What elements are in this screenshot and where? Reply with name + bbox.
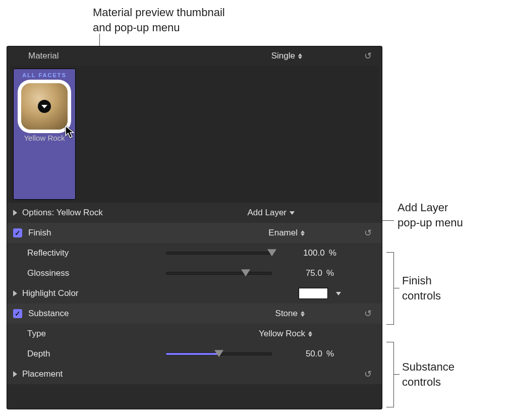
facet-mode-label: Single bbox=[271, 51, 295, 61]
callout-substance: Substance controls bbox=[402, 359, 455, 389]
panel-title: Material bbox=[28, 51, 59, 61]
placement-label: Placement bbox=[22, 369, 63, 379]
slider-fill bbox=[166, 353, 219, 355]
depth-slider[interactable] bbox=[166, 349, 272, 359]
chevron-down-icon bbox=[290, 211, 295, 215]
chevron-down-icon[interactable] bbox=[336, 292, 341, 295]
type-label: Type bbox=[27, 329, 46, 339]
facet-mode-popup[interactable]: Single bbox=[271, 51, 302, 61]
disclosure-icon[interactable] bbox=[13, 210, 17, 216]
substance-title: Substance bbox=[28, 309, 69, 319]
finish-type-label: Enamel bbox=[268, 228, 298, 238]
callout-lead bbox=[393, 374, 400, 375]
unit-label: % bbox=[326, 349, 334, 359]
callout-lead bbox=[393, 288, 400, 288]
updown-icon bbox=[308, 331, 312, 337]
bracket-substance bbox=[386, 342, 394, 407]
substance-checkbox[interactable] bbox=[13, 309, 22, 318]
reset-icon[interactable]: ↺ bbox=[363, 227, 373, 238]
callout-addlayer: Add Layer pop-up menu bbox=[398, 200, 463, 230]
highlight-color-label: Highlight Color bbox=[22, 288, 79, 298]
callout-thumbnail: Material preview thumbnail and pop-up me… bbox=[93, 5, 225, 35]
reflectivity-slider[interactable] bbox=[166, 248, 272, 258]
add-layer-popup[interactable]: Add Layer bbox=[248, 208, 295, 218]
add-layer-label: Add Layer bbox=[248, 208, 287, 218]
annotated-screenshot: Material preview thumbnail and pop-up me… bbox=[0, 0, 511, 420]
reset-icon[interactable]: ↺ bbox=[363, 308, 373, 319]
material-name-label: Yellow Rock bbox=[17, 134, 72, 142]
substance-type-popup[interactable]: Stone bbox=[275, 309, 305, 319]
substance-section-header: Substance Stone ↺ bbox=[7, 304, 382, 324]
facet-card[interactable]: ALL FACETS Yellow Rock bbox=[13, 69, 76, 200]
depth-label: Depth bbox=[27, 349, 50, 359]
substance-type-row: Type Yellow Rock bbox=[7, 324, 382, 344]
highlight-color-row: Highlight Color bbox=[7, 283, 382, 304]
slider-knob[interactable] bbox=[214, 350, 223, 357]
finish-checkbox[interactable] bbox=[13, 228, 22, 237]
finish-section-header: Finish Enamel ↺ bbox=[7, 223, 382, 243]
glossiness-label: Glossiness bbox=[27, 268, 69, 278]
parameter-rows: Options: Yellow Rock Add Layer Finish En… bbox=[7, 203, 382, 384]
facet-heading: ALL FACETS bbox=[17, 72, 72, 78]
slider-knob[interactable] bbox=[267, 249, 276, 256]
updown-icon bbox=[301, 230, 305, 236]
options-label: Options: Yellow Rock bbox=[22, 208, 103, 218]
disclosure-icon[interactable] bbox=[13, 371, 17, 377]
depth-row: Depth 50.0 % bbox=[7, 344, 382, 364]
material-popup-button[interactable] bbox=[38, 100, 51, 113]
reset-icon[interactable]: ↺ bbox=[363, 50, 373, 62]
slider-knob[interactable] bbox=[241, 269, 250, 276]
glossiness-value[interactable]: 75.0 bbox=[306, 268, 322, 278]
glossiness-slider[interactable] bbox=[166, 268, 272, 278]
finish-title: Finish bbox=[28, 228, 51, 238]
material-inspector-panel: Material Single ↺ ALL FACETS Yellow Rock bbox=[7, 46, 382, 409]
unit-label: % bbox=[329, 248, 336, 258]
unit-label: % bbox=[326, 268, 334, 278]
updown-icon bbox=[298, 53, 302, 59]
disclosure-icon[interactable] bbox=[13, 290, 17, 296]
highlight-color-swatch[interactable] bbox=[299, 288, 328, 299]
chevron-down-icon bbox=[41, 105, 47, 108]
reset-icon[interactable]: ↺ bbox=[363, 369, 373, 380]
material-preview-thumbnail[interactable] bbox=[19, 81, 70, 132]
substance-material-popup[interactable]: Yellow Rock bbox=[259, 329, 312, 339]
updown-icon bbox=[301, 311, 305, 317]
material-well: ALL FACETS Yellow Rock bbox=[10, 66, 379, 203]
placement-row: Placement ↺ bbox=[7, 364, 382, 384]
reflectivity-value[interactable]: 100.0 bbox=[303, 248, 325, 258]
substance-type-label: Stone bbox=[275, 309, 298, 319]
substance-material-label: Yellow Rock bbox=[259, 329, 305, 339]
options-row: Options: Yellow Rock Add Layer bbox=[7, 203, 382, 223]
depth-value[interactable]: 50.0 bbox=[306, 349, 322, 359]
glossiness-row: Glossiness 75.0 % bbox=[7, 263, 382, 283]
reflectivity-row: Reflectivity 100.0 % bbox=[7, 243, 382, 263]
finish-type-popup[interactable]: Enamel bbox=[268, 228, 305, 238]
panel-header: Material Single ↺ bbox=[7, 46, 382, 66]
callout-finish: Finish controls bbox=[402, 273, 441, 303]
bracket-finish bbox=[386, 252, 394, 325]
reflectivity-label: Reflectivity bbox=[27, 248, 69, 258]
